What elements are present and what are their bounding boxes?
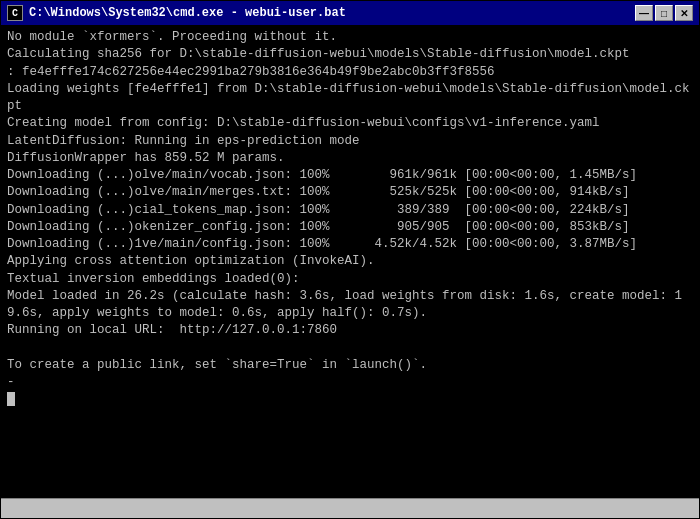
title-bar: C C:\Windows\System32\cmd.exe - webui-us…: [1, 1, 699, 25]
cursor: [7, 392, 15, 406]
cmd-window: C C:\Windows\System32\cmd.exe - webui-us…: [0, 0, 700, 519]
maximize-button[interactable]: □: [655, 5, 673, 21]
minimize-button[interactable]: —: [635, 5, 653, 21]
window-title: C:\Windows\System32\cmd.exe - webui-user…: [29, 6, 346, 20]
window-controls: — □ ✕: [635, 5, 693, 21]
terminal-output[interactable]: No module `xformers`. Proceeding without…: [1, 25, 699, 498]
terminal-text: No module `xformers`. Proceeding without…: [7, 29, 693, 391]
close-button[interactable]: ✕: [675, 5, 693, 21]
cmd-icon: C: [7, 5, 23, 21]
title-bar-left: C C:\Windows\System32\cmd.exe - webui-us…: [7, 5, 346, 21]
status-bar: [1, 498, 699, 518]
